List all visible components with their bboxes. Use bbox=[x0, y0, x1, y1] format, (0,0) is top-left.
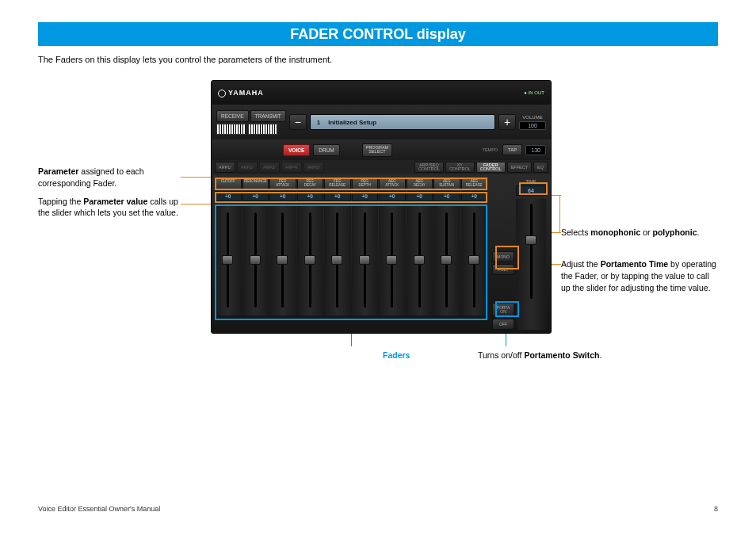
fader-0[interactable] bbox=[215, 204, 242, 315]
device-row3: VOICE DRUM PROGRAM SELECT TEMPO TAP 130 bbox=[212, 139, 551, 160]
poly-button[interactable]: POLY bbox=[492, 264, 514, 275]
fader-3[interactable] bbox=[297, 204, 324, 315]
param-label-4: FEG RELEASE bbox=[324, 178, 351, 189]
tab-0[interactable]: ARP1/ bbox=[215, 162, 235, 173]
page-footer: Voice Editor Essential Owner's Manual 8 bbox=[38, 505, 718, 513]
tab-5 bbox=[326, 162, 413, 173]
param-value-9[interactable]: +0 bbox=[461, 191, 488, 201]
param-value-2[interactable]: +0 bbox=[269, 191, 296, 201]
tempo-value[interactable]: 130 bbox=[525, 145, 546, 155]
param-value-5[interactable]: +0 bbox=[352, 191, 379, 201]
param-label-2: FEG ATTACK bbox=[269, 178, 296, 189]
keyboard-icon[interactable] bbox=[216, 124, 246, 135]
tab-3[interactable]: ARP4/ bbox=[281, 162, 302, 173]
param-label-5: FEG DEPTH bbox=[352, 178, 379, 189]
figure-layout: Parameter assigned to each corresponding… bbox=[38, 80, 718, 397]
transmit-button[interactable]: TRANSMIT bbox=[250, 110, 286, 122]
tempo-label: TEMPO bbox=[483, 147, 498, 152]
param-value-6[interactable]: +0 bbox=[379, 191, 406, 201]
param-label-0: CUTOFF bbox=[215, 178, 242, 189]
param-label-6: AEG ATTACK bbox=[379, 178, 406, 189]
param-label-9: AEG RELEASE bbox=[461, 178, 488, 189]
device-header: YAMAHA ● IN OUT bbox=[212, 81, 551, 105]
tab-10[interactable]: EQ bbox=[533, 162, 548, 173]
callout-portamento-switch: Turns on/off Portamento Switch. bbox=[478, 350, 601, 361]
callout-monopoly: Selects monophonic or polyphonic. bbox=[561, 227, 720, 239]
tab-bar: ARP1/ARP2/ARP3/ARP4/ARP5/ARP/SEQ CONTROL… bbox=[212, 160, 551, 174]
fader-control-body: CUTOFFRESONANCEFEG ATTACKFEG DECAYFEG RE… bbox=[212, 174, 551, 333]
drum-button[interactable]: DRUM bbox=[313, 144, 340, 156]
fader-2[interactable] bbox=[269, 204, 296, 315]
param-value-3[interactable]: +0 bbox=[297, 191, 324, 201]
voice-button[interactable]: VOICE bbox=[283, 144, 310, 156]
plus-button[interactable]: + bbox=[498, 114, 516, 130]
tab-4[interactable]: ARP5/ bbox=[304, 162, 324, 173]
fader-8[interactable] bbox=[433, 204, 460, 315]
intro-text: The Faders on this display lets you cont… bbox=[38, 54, 718, 66]
right-column: MONO POLY PORTA ON OFF TIME 64 bbox=[492, 178, 546, 330]
keyboard-icon[interactable] bbox=[248, 124, 278, 135]
fader-7[interactable] bbox=[407, 204, 433, 315]
tap-button[interactable]: TAP bbox=[502, 144, 522, 155]
page-number: 8 bbox=[714, 505, 718, 513]
callout-faders: Faders bbox=[383, 350, 410, 361]
tab-8[interactable]: FADER CONTROL bbox=[476, 162, 506, 173]
fader-4[interactable] bbox=[324, 204, 351, 315]
param-label-8: AEG SUSTAIN bbox=[433, 178, 460, 189]
callout-portamento-time: Adjust the Portamento Time by operating … bbox=[561, 258, 720, 293]
leader-line bbox=[559, 195, 560, 233]
fader-9[interactable] bbox=[461, 204, 488, 315]
tab-9[interactable]: EFFECT bbox=[507, 162, 532, 173]
program-select-button[interactable]: PROGRAM SELECT bbox=[362, 143, 392, 157]
yamaha-logo: YAMAHA bbox=[218, 89, 264, 97]
minus-button[interactable]: − bbox=[289, 114, 307, 130]
param-value-1[interactable]: +0 bbox=[242, 191, 269, 201]
param-value-0[interactable]: +0 bbox=[215, 191, 242, 201]
io-indicator: ● IN OUT bbox=[524, 90, 544, 95]
param-label-3: FEG DECAY bbox=[297, 178, 324, 189]
device-toolbar: RECEIVE TRANSMIT − 1 Initialized Setup +… bbox=[212, 105, 551, 139]
tab-7[interactable]: XY CONTROL bbox=[445, 162, 475, 173]
time-value[interactable]: 64 bbox=[516, 185, 546, 196]
receive-button[interactable]: RECEIVE bbox=[216, 110, 249, 122]
portamento-on-button[interactable]: PORTA ON bbox=[492, 303, 514, 317]
portamento-off-button[interactable]: OFF bbox=[492, 319, 514, 330]
setup-display[interactable]: 1 Initialized Setup bbox=[310, 114, 495, 130]
time-label: TIME bbox=[516, 178, 546, 185]
tab-1[interactable]: ARP2/ bbox=[237, 162, 258, 173]
fader-6[interactable] bbox=[379, 204, 406, 315]
param-label-7: AEG DECAY bbox=[407, 178, 433, 189]
fader-1[interactable] bbox=[242, 204, 269, 315]
tab-2[interactable]: ARP3/ bbox=[259, 162, 280, 173]
param-value-8[interactable]: +0 bbox=[433, 191, 460, 201]
tab-6[interactable]: ARP/SEQ CONTROL bbox=[414, 162, 444, 173]
section-title: FADER CONTROL display bbox=[38, 22, 718, 46]
device-screenshot: YAMAHA ● IN OUT RECEIVE TRANSMIT − 1 bbox=[211, 80, 552, 334]
footer-doc-title: Voice Editor Essential Owner's Manual bbox=[38, 505, 160, 513]
callout-parameter: Parameter assigned to each corresponding… bbox=[38, 166, 181, 219]
param-value-4[interactable]: +0 bbox=[324, 191, 351, 201]
time-fader[interactable] bbox=[516, 199, 546, 330]
param-value-7[interactable]: +0 bbox=[407, 191, 433, 201]
volume-control[interactable]: VOLUME 100 bbox=[519, 115, 546, 130]
param-label-1: RESONANCE bbox=[242, 178, 269, 189]
mono-button[interactable]: MONO bbox=[492, 251, 514, 262]
fader-5[interactable] bbox=[352, 204, 379, 315]
